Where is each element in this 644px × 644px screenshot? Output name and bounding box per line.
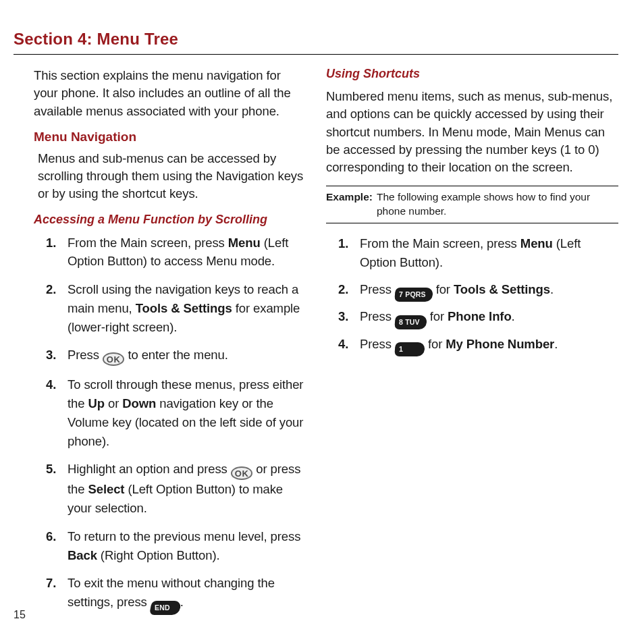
- section-title: Section 4: Menu Tree: [14, 30, 618, 49]
- step-text: or: [105, 396, 122, 410]
- step-item: To return to the previous menu level, pr…: [34, 527, 306, 565]
- column-left: This section explains the menu navigatio…: [14, 67, 306, 624]
- section-rule: [14, 54, 618, 55]
- step-item: Press 8 TUV for Phone Info.: [326, 308, 618, 329]
- step-item: Scroll using the navigation keys to reac…: [34, 280, 306, 336]
- step-text: Press: [360, 309, 395, 323]
- heading-menu-navigation: Menu Navigation: [34, 130, 306, 144]
- bold-text: Down: [122, 396, 156, 410]
- step-text: .: [180, 595, 184, 609]
- example-label: Example:: [326, 190, 377, 219]
- step-item: From the Main screen, press Menu (Left O…: [326, 234, 618, 272]
- steps-shortcut-example: From the Main screen, press Menu (Left O…: [326, 234, 618, 356]
- step-text: for: [430, 309, 448, 323]
- step-text: From the Main screen, press: [360, 236, 520, 250]
- bold-text: Menu: [520, 236, 553, 250]
- heading-using-shortcuts: Using Shortcuts: [326, 67, 618, 81]
- key-8-icon: 8 TUV: [394, 315, 427, 329]
- step-text: for: [428, 337, 446, 351]
- end-key-icon: END: [149, 601, 182, 615]
- step-item: From the Main screen, press Menu (Left O…: [34, 234, 306, 271]
- step-text: Press: [360, 282, 395, 296]
- step-text: .: [550, 282, 554, 296]
- two-column-layout: This section explains the menu navigatio…: [14, 67, 618, 624]
- step-item: To scroll through these menus, press eit…: [34, 375, 306, 450]
- bold-text: Tools & Settings: [454, 282, 550, 296]
- example-box: Example: The following example shows how…: [326, 186, 618, 223]
- bold-text: Menu: [228, 236, 261, 250]
- example-text: The following example shows how to find …: [377, 190, 618, 219]
- bold-text: Back: [68, 548, 97, 562]
- intro-paragraph: This section explains the menu navigatio…: [34, 67, 306, 120]
- ok-key-icon: OK: [103, 352, 125, 366]
- menu-nav-paragraph: Menus and sub-menus can be accessed by s…: [34, 150, 306, 203]
- bold-text: Tools & Settings: [136, 301, 232, 315]
- key-1-icon: 1: [394, 342, 425, 356]
- bold-text: My Phone Number: [446, 337, 554, 351]
- shortcuts-paragraph: Numbered menu items, such as menus, sub-…: [326, 88, 618, 176]
- step-item: Press 1 for My Phone Number.: [326, 336, 618, 357]
- manual-page: Section 4: Menu Tree This section explai…: [0, 0, 644, 644]
- step-text: .: [512, 309, 515, 323]
- step-item: Highlight an option and press OK or pres…: [34, 460, 306, 518]
- step-text: (Right Option Button).: [97, 548, 220, 562]
- step-text: .: [554, 337, 558, 351]
- step-text: Press: [360, 337, 395, 351]
- ok-key-icon: OK: [231, 466, 253, 480]
- step-text: Press: [68, 348, 103, 362]
- heading-accessing-scrolling: Accessing a Menu Function by Scrolling: [34, 213, 306, 227]
- column-right: Using Shortcuts Numbered menu items, suc…: [326, 67, 618, 624]
- step-item: To exit the menu without changing the se…: [34, 574, 306, 615]
- key-7-icon: 7 PQRS: [394, 288, 433, 302]
- step-text: Highlight an option and press: [68, 462, 231, 476]
- bold-text: Select: [88, 482, 124, 496]
- step-text: To return to the previous menu level, pr…: [68, 529, 300, 543]
- page-number: 15: [14, 609, 26, 621]
- step-text: From the Main screen, press: [68, 236, 228, 250]
- bold-text: Phone Info: [448, 309, 512, 323]
- steps-access-scrolling: From the Main screen, press Menu (Left O…: [34, 234, 306, 616]
- step-text: for: [436, 282, 454, 296]
- step-text: to enter the menu.: [128, 348, 227, 362]
- bold-text: Up: [88, 396, 104, 410]
- step-item: Press OK to enter the menu.: [34, 346, 306, 366]
- step-item: Press 7 PQRS for Tools & Settings.: [326, 281, 618, 302]
